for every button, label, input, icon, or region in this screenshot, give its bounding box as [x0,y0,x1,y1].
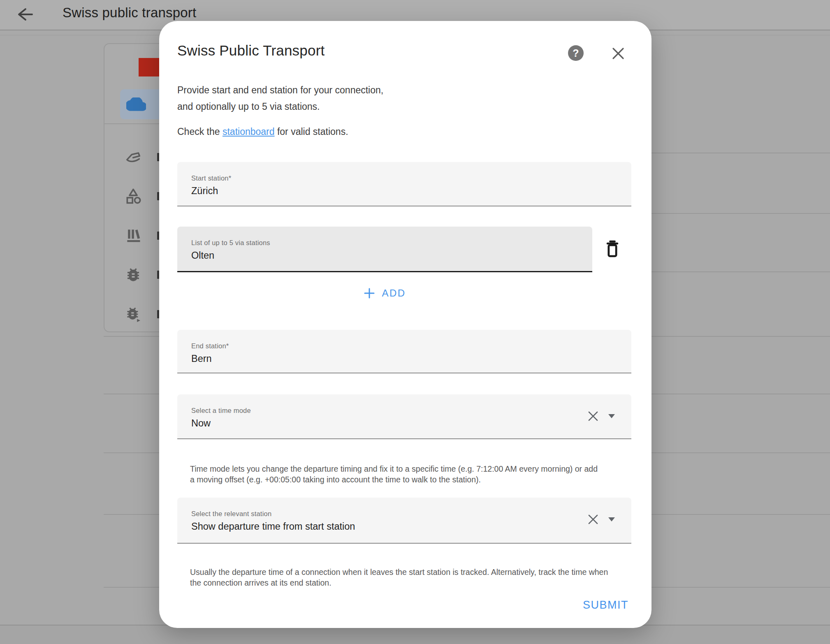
time-mode-select[interactable]: Select a time mode Now [177,394,631,439]
relevant-station-select[interactable]: Select the relevant station Show departu… [177,498,631,544]
relevant-station-label: Select the relevant station [191,510,631,518]
stationboard-sentence: Check the stationboard for valid station… [177,126,348,137]
start-station-field[interactable]: Start station* Zürich [177,162,631,206]
delete-via-button[interactable] [603,239,621,259]
add-button-label: ADD [382,287,406,299]
shapes-icon[interactable] [123,186,143,206]
close-icon [611,46,626,61]
description-line: Provide start and end station for your c… [177,82,383,98]
clear-icon[interactable] [587,513,599,526]
screen: Swiss public transport D [0,0,830,644]
sentence-suffix: for valid stations. [275,126,348,137]
dialog-description: Provide start and end station for your c… [177,82,383,115]
end-station-label: End station* [191,342,631,350]
relevant-station-value: Show departure time from start station [191,521,631,532]
app-header-title: Swiss public transport [63,5,196,21]
close-button[interactable] [611,46,626,61]
sentence-prefix: Check the [177,126,223,137]
time-mode-value: Now [191,418,631,429]
hand-gesture-icon[interactable] [123,147,143,167]
via-stations-field[interactable]: List of up to 5 via stations Olten [177,227,592,272]
time-mode-label: Select a time mode [191,407,631,415]
start-station-label: Start station* [191,174,631,182]
dialog: Swiss Public Transport ? Provide start a… [159,21,651,628]
description-line: and optionally up to 5 via stations. [177,98,383,115]
library-icon[interactable] [123,226,143,246]
dropdown-caret-icon[interactable] [608,414,615,418]
question-mark-icon: ? [573,47,579,59]
start-station-value: Zürich [191,185,631,197]
bug-icon[interactable] [123,265,143,285]
via-stations-label: List of up to 5 via stations [191,239,592,247]
end-station-value: Bern [191,353,631,364]
help-button[interactable]: ? [568,45,584,61]
end-station-field[interactable]: End station* Bern [177,330,631,373]
add-via-button[interactable]: ADD [177,286,592,301]
back-arrow-icon[interactable] [16,6,33,23]
trash-icon [603,239,621,259]
plus-icon [364,287,375,299]
time-mode-helper-text: Time mode lets you change the departure … [190,463,603,485]
via-stations-value: Olten [191,250,592,261]
bug-run-icon[interactable] [123,304,143,324]
stationboard-link[interactable]: stationboard [223,126,275,137]
dialog-title: Swiss Public Transport [177,42,325,59]
submit-button[interactable]: SUBMIT [580,598,631,612]
relevant-station-helper-text: Usually the departure time of a connecti… [190,567,620,588]
cloud-icon [126,97,146,111]
dropdown-caret-icon[interactable] [608,517,615,521]
clear-icon[interactable] [587,410,599,422]
